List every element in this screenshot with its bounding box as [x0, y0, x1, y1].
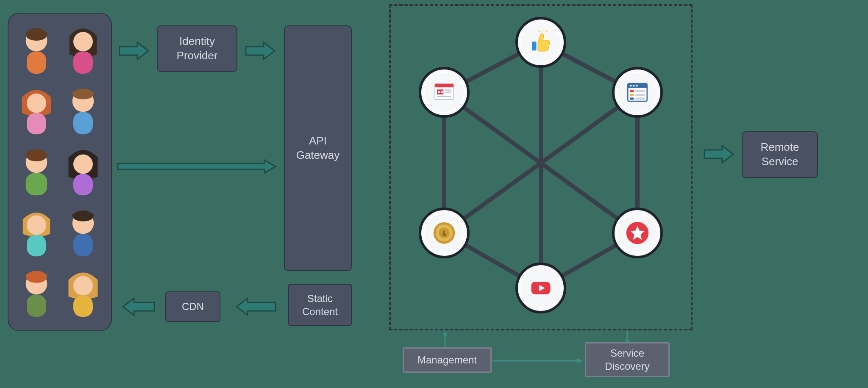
user-avatar: [62, 265, 104, 322]
management-label: Management: [417, 353, 477, 366]
arrow-management-to-mesh: [441, 331, 449, 348]
svg-point-18: [73, 276, 93, 296]
service-node-news: [419, 67, 470, 118]
svg-rect-44: [445, 89, 451, 91]
svg-line-36: [539, 30, 540, 32]
svg-marker-24: [123, 298, 154, 315]
svg-point-42: [438, 91, 440, 93]
svg-rect-56: [630, 97, 634, 100]
svg-rect-40: [435, 84, 453, 87]
arrow-mesh-to-remote: [704, 144, 735, 164]
identity-provider-label: Identity Provider: [177, 34, 218, 63]
svg-rect-11: [73, 174, 93, 196]
svg-rect-7: [73, 112, 93, 135]
svg-rect-45: [445, 91, 451, 93]
svg-point-10: [73, 155, 93, 174]
service-discovery-label: Service Discovery: [605, 346, 649, 373]
svg-rect-57: [635, 97, 645, 100]
browser-window-icon: [625, 80, 650, 105]
svg-rect-5: [27, 113, 46, 135]
users-panel: [8, 13, 112, 331]
arrow-static-to-cdn: [236, 297, 276, 317]
cdn-label: CDN: [182, 300, 204, 313]
svg-rect-55: [635, 94, 645, 96]
news-card-icon: [431, 80, 457, 105]
service-node-star: [612, 208, 663, 258]
static-content-label: Static Content: [302, 292, 338, 318]
popular-badge-icon: [431, 220, 457, 246]
svg-rect-1: [27, 51, 46, 74]
svg-rect-54: [630, 94, 634, 96]
video-play-icon: [528, 275, 554, 301]
svg-point-4: [27, 94, 46, 113]
svg-marker-65: [442, 331, 448, 335]
cdn-box: CDN: [165, 291, 220, 322]
svg-marker-69: [577, 358, 583, 363]
arrow-users-to-identity: [119, 41, 150, 61]
service-node-browser: [612, 67, 663, 118]
svg-rect-17: [27, 294, 46, 317]
user-avatar: [62, 83, 104, 140]
static-content-box: Static Content: [288, 284, 352, 326]
identity-provider-box: Identity Provider: [157, 25, 237, 72]
svg-point-50: [633, 85, 634, 86]
svg-rect-35: [532, 42, 537, 50]
svg-point-51: [636, 85, 637, 86]
user-avatar: [15, 144, 58, 200]
svg-point-43: [441, 91, 443, 93]
arrow-users-to-gateway: [117, 159, 277, 174]
service-node-popular-badge: [419, 208, 470, 258]
user-avatar: [15, 22, 58, 79]
star-badge-icon: [625, 220, 650, 246]
user-avatar: [15, 205, 58, 261]
svg-point-2: [73, 32, 93, 51]
arrow-mesh-to-discovery: [623, 331, 632, 344]
svg-marker-67: [625, 340, 630, 344]
svg-line-38: [546, 30, 548, 32]
svg-rect-53: [635, 90, 645, 92]
svg-marker-21: [246, 42, 275, 59]
svg-rect-19: [73, 296, 93, 317]
user-avatar: [62, 205, 104, 261]
thumbs-up-icon: [528, 30, 554, 55]
svg-point-12: [27, 215, 46, 235]
arrow-management-to-discovery: [492, 357, 584, 365]
service-node-video: [515, 263, 566, 313]
svg-rect-52: [630, 90, 634, 92]
svg-point-49: [630, 85, 632, 86]
user-avatar: [62, 144, 104, 200]
user-avatar: [15, 265, 58, 322]
svg-rect-46: [437, 96, 451, 97]
arrow-cdn-to-users: [122, 297, 155, 317]
svg-marker-25: [704, 146, 733, 163]
api-gateway-box: API Gateway: [284, 25, 352, 271]
api-gateway-label: API Gateway: [296, 134, 340, 163]
user-avatar: [62, 22, 104, 79]
remote-service-label: Remote Service: [760, 140, 799, 169]
management-box: Management: [403, 347, 492, 373]
svg-marker-22: [118, 160, 275, 173]
service-discovery-box: Service Discovery: [585, 342, 670, 377]
svg-rect-3: [73, 51, 93, 74]
arrow-identity-to-gateway: [245, 41, 276, 61]
svg-rect-15: [73, 234, 93, 256]
svg-marker-23: [236, 298, 275, 315]
svg-marker-20: [120, 42, 148, 59]
service-node-thumbs-up: [515, 17, 566, 68]
svg-rect-9: [26, 173, 47, 195]
svg-rect-13: [27, 235, 46, 256]
user-avatar: [15, 83, 58, 140]
remote-service-box: Remote Service: [742, 131, 818, 178]
